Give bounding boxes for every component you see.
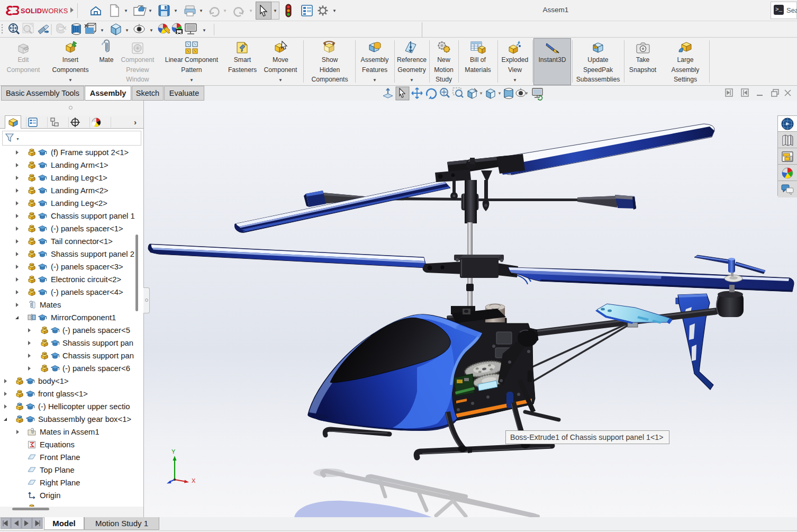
svg-text:X: X xyxy=(192,477,196,484)
svg-text:Y: Y xyxy=(171,448,176,455)
svg-text:!: ! xyxy=(595,45,596,49)
svg-text:SOLIDWORKS: SOLIDWORKS xyxy=(21,7,68,15)
